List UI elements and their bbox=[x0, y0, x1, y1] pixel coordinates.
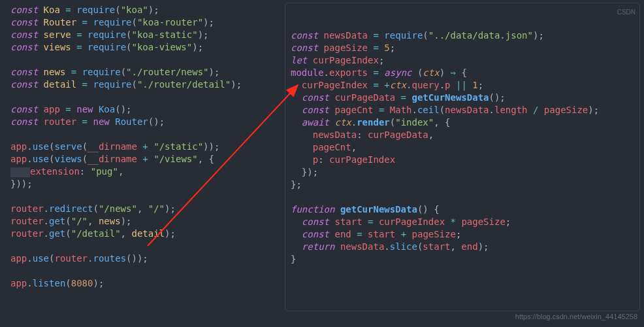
code-line: router.get("/detail", detail); bbox=[10, 228, 285, 240]
code-token: Koa bbox=[99, 104, 115, 114]
code-token: start bbox=[423, 241, 450, 252]
code-line: p: curPageIndex bbox=[291, 154, 634, 166]
code-line: const Router = require("koa-router"); bbox=[10, 16, 285, 29]
code-token: ( bbox=[126, 42, 131, 52]
left-code-panel: const Koa = require("koa");const Router … bbox=[10, 3, 285, 290]
code-token: p bbox=[313, 154, 318, 165]
code-token bbox=[82, 42, 88, 52]
code-token: start bbox=[368, 229, 395, 239]
code-token: getCurNewsData bbox=[340, 204, 417, 215]
code-token: ⇒ bbox=[451, 67, 456, 78]
code-token bbox=[110, 116, 115, 127]
code-token: require bbox=[88, 42, 126, 52]
code-token bbox=[291, 117, 302, 128]
code-token: const bbox=[302, 216, 329, 227]
code-token: , bbox=[451, 241, 462, 252]
code-token: const bbox=[302, 105, 329, 115]
code-token: pageSize bbox=[461, 216, 505, 227]
code-token: app bbox=[10, 278, 27, 288]
code-token bbox=[38, 29, 43, 40]
code-token: = bbox=[373, 67, 378, 78]
code-line: app.use(serve(__dirname + "/static")); bbox=[10, 141, 285, 153]
code-token: ctx bbox=[423, 67, 439, 78]
code-token: ); bbox=[231, 79, 242, 90]
code-token: require bbox=[93, 17, 131, 27]
code-token: , { bbox=[434, 117, 450, 128]
code-token: newsData bbox=[340, 241, 384, 252]
code-line bbox=[10, 54, 285, 66]
code-token: ); bbox=[588, 105, 599, 115]
code-token: const bbox=[302, 229, 329, 239]
code-token: "/views" bbox=[153, 154, 197, 164]
code-token bbox=[395, 229, 400, 239]
code-token: get bbox=[49, 228, 65, 239]
code-token: curPageIndex bbox=[313, 55, 379, 65]
code-token bbox=[148, 141, 153, 152]
code-token: Router bbox=[44, 17, 77, 27]
code-token: = bbox=[357, 229, 362, 239]
code-token: const bbox=[10, 67, 38, 77]
code-token: ( bbox=[440, 105, 445, 115]
code-token bbox=[334, 204, 340, 215]
code-token: ; bbox=[456, 229, 461, 239]
code-token: + bbox=[384, 80, 389, 90]
code-line: const views = require("koa-views"); bbox=[10, 41, 285, 54]
code-token: __dirname bbox=[88, 141, 137, 152]
code-token bbox=[362, 216, 368, 227]
code-line: const pageSize = 5; bbox=[291, 42, 634, 54]
code-token: . bbox=[324, 67, 329, 78]
code-token: new bbox=[93, 116, 109, 127]
code-token bbox=[318, 30, 323, 41]
code-token: "/" bbox=[148, 203, 165, 214]
code-token bbox=[291, 142, 313, 152]
code-line: pageCnt, bbox=[291, 141, 634, 154]
code-token bbox=[445, 216, 450, 227]
code-token: (); bbox=[148, 116, 165, 127]
code-token: Math bbox=[390, 105, 412, 115]
code-token: ); bbox=[209, 67, 220, 77]
code-token: Koa bbox=[44, 5, 60, 15]
code-token: = bbox=[82, 17, 88, 27]
code-token: const bbox=[291, 43, 318, 53]
code-token: ); bbox=[478, 241, 489, 252]
code-token bbox=[82, 29, 88, 40]
code-token: const bbox=[10, 104, 38, 114]
code-token: . bbox=[412, 105, 417, 115]
code-token: = bbox=[76, 42, 82, 52]
code-token: + bbox=[142, 141, 148, 152]
code-token: ( bbox=[82, 154, 88, 164]
code-line bbox=[10, 240, 285, 252]
code-token: app bbox=[10, 253, 27, 264]
code-token: ()); bbox=[126, 253, 148, 264]
code-line: curPageIndex = +ctx.query.p || 1; bbox=[291, 79, 634, 92]
code-token: ( bbox=[82, 141, 88, 152]
code-token: await bbox=[302, 117, 329, 128]
code-token: * bbox=[451, 216, 456, 227]
code-token: serve bbox=[44, 29, 71, 40]
code-line: const detail = require("./router/detail"… bbox=[10, 78, 285, 91]
code-token bbox=[291, 154, 313, 165]
code-token: , bbox=[121, 228, 132, 239]
code-token bbox=[76, 17, 82, 27]
code-token bbox=[38, 104, 43, 114]
code-token bbox=[318, 43, 323, 53]
code-token: new bbox=[76, 104, 93, 114]
code-token bbox=[538, 105, 543, 115]
code-token: const bbox=[10, 42, 38, 52]
code-token: app bbox=[10, 154, 27, 164]
code-line bbox=[291, 191, 634, 203]
code-token bbox=[528, 105, 533, 115]
code-token: ( bbox=[126, 29, 131, 40]
code-token: newsData bbox=[313, 129, 357, 140]
code-line: app.listen(8080); bbox=[10, 277, 285, 290]
code-token: detail bbox=[131, 228, 165, 239]
code-line: newsData: curPageData, bbox=[291, 129, 634, 141]
code-line: const news = require("./router/news"); bbox=[10, 66, 285, 78]
code-line: router.get("/", news); bbox=[10, 215, 285, 228]
right-code-panel: CSDN const newsData = require("../data/d… bbox=[285, 3, 640, 311]
code-token bbox=[351, 229, 357, 239]
code-token: serve bbox=[54, 141, 82, 152]
code-line bbox=[10, 190, 285, 203]
code-token bbox=[291, 129, 313, 140]
code-token: pageCnt bbox=[334, 105, 373, 115]
